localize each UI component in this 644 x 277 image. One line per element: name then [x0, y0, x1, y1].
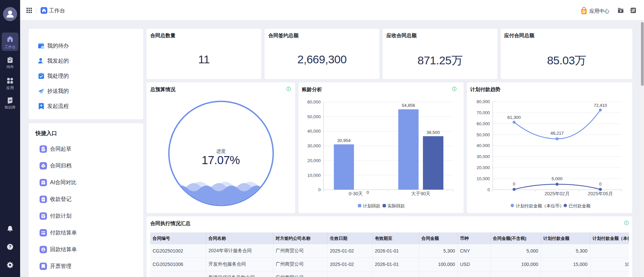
svg-text:0: 0	[599, 182, 601, 187]
svg-text:实际回款: 实际回款	[387, 203, 405, 208]
svg-text:72,410: 72,410	[594, 103, 607, 108]
svg-text:20,000: 20,000	[477, 165, 490, 170]
svg-text:进度: 进度	[216, 148, 226, 154]
svg-text:0: 0	[513, 182, 515, 187]
svg-text:80,000: 80,000	[477, 99, 490, 104]
svg-text:2025年05月: 2025年05月	[588, 191, 613, 196]
svg-text:40,000: 40,000	[477, 143, 490, 148]
svg-text:10,000: 10,000	[307, 173, 321, 178]
svg-text:计划回款: 计划回款	[363, 203, 380, 208]
svg-text:61,300: 61,300	[507, 115, 521, 120]
svg-text:46,217: 46,217	[550, 131, 564, 136]
svg-text:17.07%: 17.07%	[202, 154, 240, 166]
svg-text:0: 0	[487, 187, 490, 192]
svg-text:60,000: 60,000	[307, 99, 321, 105]
svg-text:AI: AI	[8, 99, 12, 102]
svg-text:已付款金额: 已付款金额	[569, 203, 591, 208]
svg-text:0-30天: 0-30天	[349, 191, 363, 196]
svg-text:70,000: 70,000	[477, 110, 490, 115]
svg-text:5,000: 5,000	[552, 176, 563, 181]
svg-text:?: ?	[9, 245, 11, 249]
svg-text:10,000: 10,000	[477, 176, 490, 181]
svg-text:30,000: 30,000	[477, 154, 490, 159]
svg-text:0: 0	[318, 187, 321, 192]
svg-text:50,000: 50,000	[307, 114, 321, 119]
svg-text:54,856: 54,856	[402, 103, 415, 108]
svg-text:大于90天: 大于90天	[411, 191, 431, 196]
svg-text:2025年02月: 2025年02月	[544, 191, 570, 196]
svg-text:30,954: 30,954	[337, 138, 351, 143]
svg-text:36,500: 36,500	[427, 130, 440, 135]
svg-text:计划付款金额（本位币）: 计划付款金额（本位币）	[516, 203, 564, 208]
svg-text:40,000: 40,000	[307, 129, 321, 134]
svg-text:0: 0	[367, 190, 369, 195]
svg-text:50,000: 50,000	[477, 132, 490, 137]
svg-text:60,000: 60,000	[477, 121, 490, 126]
svg-text:30,000: 30,000	[307, 143, 321, 148]
svg-text:20,000: 20,000	[307, 158, 321, 163]
